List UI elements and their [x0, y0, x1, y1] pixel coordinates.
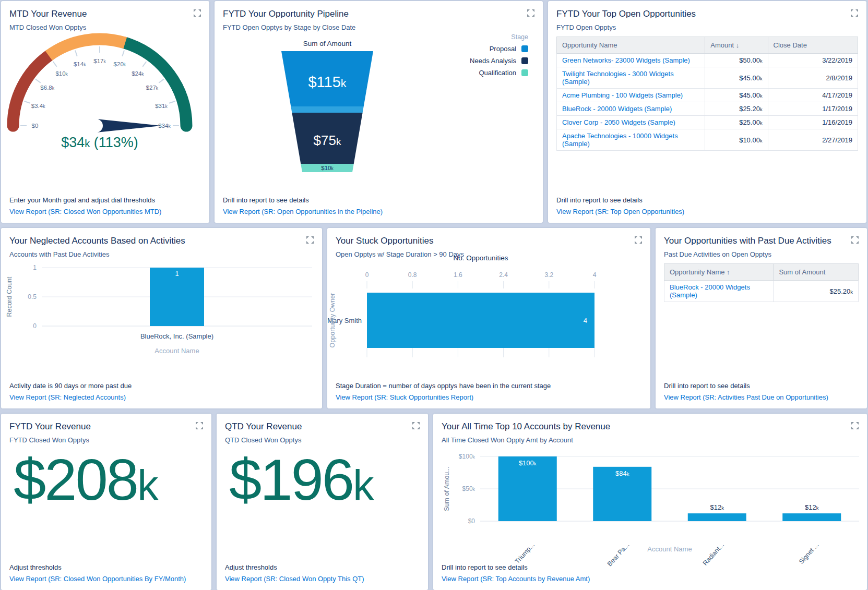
opportunity-link[interactable]: Apache Technologies - 10000 Widgets (Sam… [562, 132, 678, 148]
table-row: Green Networks- 23000 Widgets (Sample)$5… [557, 54, 858, 67]
view-report-link[interactable]: View Report (SR: Closed Won Opportunitie… [9, 574, 203, 584]
cell-value: $25.00k [705, 116, 768, 129]
svg-text:Sum of Amou...: Sum of Amou... [443, 466, 450, 511]
svg-text:$24k: $24k [132, 70, 144, 77]
svg-text:1.6: 1.6 [454, 271, 462, 279]
dashboard-row-1: MTD Your Revenue MTD Closed Won Opptys $… [1, 1, 866, 223]
top-open-opportunities-table: Opportunity NameAmount ↓Close DateGreen … [556, 37, 858, 151]
svg-text:4: 4 [584, 317, 587, 324]
opportunity-link[interactable]: BlueRock - 20000 Widgets (Sample) [670, 283, 750, 299]
table-row: Acme Plumbing - 100 Widgets (Sample)$45.… [557, 89, 858, 102]
legend-item[interactable]: Needs Analysis [470, 57, 528, 65]
cell-opportunity-name: BlueRock - 20000 Widgets (Sample) [557, 102, 705, 116]
svg-text:$50k: $50k [462, 485, 475, 492]
expand-icon[interactable] [196, 422, 203, 431]
legend-label: Proposal [490, 45, 516, 53]
opportunity-link[interactable]: Clover Corp - 2050 Widgets (Sample) [562, 118, 675, 126]
column-header[interactable]: Close Date [768, 37, 858, 54]
widget-footer: Drill into report to see details View Re… [442, 562, 859, 584]
table-row: Apache Technologies - 10000 Widgets (Sam… [557, 129, 858, 151]
revenue-metric: $208k [14, 446, 157, 513]
svg-text:$17k: $17k [93, 58, 106, 64]
legend-color-chip [521, 57, 528, 64]
cell-value: 2/27/2019 [768, 129, 858, 151]
svg-text:$84k: $84k [615, 469, 629, 477]
svg-text:$100k: $100k [459, 453, 475, 460]
widget-subtitle: Past Due Activities on Open Opptys [664, 250, 859, 258]
table-row: Twilight Technologies - 3000 Widgets (Sa… [557, 67, 858, 89]
footer-note: Adjust thresholds [225, 562, 420, 572]
svg-text:0.8: 0.8 [408, 271, 417, 279]
svg-text:$34k (113%): $34k (113%) [61, 135, 138, 150]
cell-opportunity-name: BlueRock - 20000 Widgets (Sample) [664, 281, 774, 302]
svg-text:$3.4k: $3.4k [31, 103, 45, 109]
view-report-link[interactable]: View Report (SR: Stuck Opportunities Rep… [336, 392, 642, 403]
cell-value: 4/17/2019 [768, 89, 858, 102]
svg-text:$10k: $10k [321, 165, 334, 171]
cell-opportunity-name: Apache Technologies - 10000 Widgets (Sam… [557, 129, 705, 151]
stage-legend: StageProposalNeeds AnalysisQualification [470, 33, 528, 81]
cell-value: 1/16/2019 [768, 116, 858, 129]
svg-text:$10k: $10k [55, 70, 68, 77]
past-due-table: Opportunity Name ↑Sum of AmountBlueRock … [664, 263, 859, 302]
view-report-link[interactable]: View Report (SR: Top Accounts by Revenue… [442, 574, 859, 584]
widget-stuck-opportunities: Your Stuck Opportunities Open Opptys w/ … [327, 228, 650, 408]
widget-footer: Stage Duration = number of days opptys h… [336, 381, 642, 403]
cell-value: 3/22/2019 [768, 54, 858, 67]
revenue-gauge[interactable]: $0$3.4k$6.8k$10k$14k$17k$20k$24k$27k$31k… [1, 1, 209, 223]
footer-note: Stage Duration = number of days opptys h… [336, 381, 642, 391]
expand-icon[interactable] [851, 9, 858, 19]
column-header[interactable]: Amount ↓ [705, 37, 768, 54]
view-report-link[interactable]: View Report (SR: Activities Past Due on … [664, 392, 859, 403]
legend-color-chip [521, 69, 528, 76]
table-row: BlueRock - 20000 Widgets (Sample)$25.20k… [557, 102, 858, 116]
svg-text:$31k: $31k [155, 103, 168, 109]
view-report-link[interactable]: View Report (SR: Neglected Accounts) [9, 392, 314, 403]
opportunity-link[interactable]: BlueRock - 20000 Widgets (Sample) [562, 105, 672, 113]
opportunity-link[interactable]: Acme Plumbing - 100 Widgets (Sample) [562, 91, 683, 99]
svg-text:3.2: 3.2 [544, 271, 553, 279]
svg-text:Account Name: Account Name [154, 347, 199, 355]
footer-note: Drill into report to see details [442, 562, 859, 572]
dashboard-row-3: FYTD Your Revenue FYTD Closed Won Opptys… [1, 414, 867, 590]
view-report-link[interactable]: View Report (SR: Open Opportunities in t… [223, 207, 534, 217]
cell-value: $50.00k [705, 54, 768, 67]
revenue-metric: $196k [229, 446, 372, 513]
svg-text:1: 1 [175, 270, 179, 278]
svg-text:Account Name: Account Name [647, 545, 692, 553]
table-row: BlueRock - 20000 Widgets (Sample)$25.20k [664, 281, 859, 302]
view-report-link[interactable]: View Report (SR: Closed Won Oppty This Q… [225, 574, 420, 584]
opportunity-link[interactable]: Green Networks- 23000 Widgets (Sample) [562, 56, 690, 64]
expand-icon[interactable] [851, 236, 859, 246]
svg-text:1: 1 [33, 264, 37, 271]
cell-opportunity-name: Green Networks- 23000 Widgets (Sample) [557, 54, 705, 67]
view-report-link[interactable]: View Report (SR: Closed Won Opportunitie… [9, 207, 201, 217]
svg-text:Opportunity Owner: Opportunity Owner [329, 293, 336, 348]
dashboard-row-2: Your Neglected Accounts Based on Activit… [1, 228, 867, 408]
column-header[interactable]: Sum of Amount [774, 264, 859, 281]
svg-text:No. Opportunities: No. Opportunities [453, 254, 508, 262]
legend-item[interactable]: Proposal [490, 45, 528, 53]
legend-label: Needs Analysis [470, 57, 516, 65]
column-header[interactable]: Opportunity Name [557, 37, 705, 54]
view-report-link[interactable]: View Report (SR: Top Open Opportunities) [556, 207, 858, 217]
expand-icon[interactable] [412, 422, 420, 431]
table-row: Clover Corp - 2050 Widgets (Sample)$25.0… [557, 116, 858, 129]
column-header[interactable]: Opportunity Name ↑ [664, 264, 774, 281]
svg-text:$14k: $14k [74, 61, 86, 67]
footer-note: Drill into report to see details [223, 195, 534, 205]
widget-top-accounts: Your All Time Top 10 Accounts by Revenue… [433, 414, 867, 590]
widget-footer: Adjust thresholds View Report (SR: Close… [9, 562, 203, 584]
svg-text:Record Count: Record Count [6, 276, 13, 317]
dashboard: MTD Your Revenue MTD Closed Won Opptys $… [0, 0, 868, 590]
legend-item[interactable]: Qualification [479, 69, 528, 77]
widget-mtd-revenue: MTD Your Revenue MTD Closed Won Opptys $… [1, 1, 209, 223]
svg-text:0: 0 [33, 322, 37, 330]
legend-label: Qualification [479, 69, 516, 77]
footer-note: Drill into report to see details [556, 195, 858, 205]
opportunity-link[interactable]: Twilight Technologies - 3000 Widgets (Sa… [562, 70, 674, 86]
report-table: Opportunity Name ↑Sum of AmountBlueRock … [664, 263, 859, 302]
widget-title: FYTD Your Top Open Opportunities [556, 8, 696, 19]
widget-top-open-opportunities: FYTD Your Top Open Opportunities FYTD Op… [548, 1, 866, 223]
footer-note: Enter your Month goal and adjust dial th… [9, 195, 201, 205]
